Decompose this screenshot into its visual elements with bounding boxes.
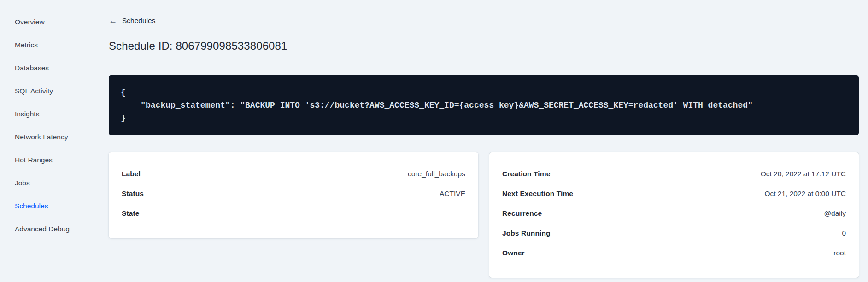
backup-statement-code-block: { "backup_statement": "BACKUP INTO 's3:/… (109, 75, 859, 135)
schedule-info-card: Label core_full_backups Status ACTIVE St… (109, 152, 478, 238)
sidebar-item-insights[interactable]: Insights (0, 103, 101, 126)
sidebar-item-advanced-debug[interactable]: Advanced Debug (0, 218, 101, 241)
page-title: Schedule ID: 806799098533806081 (109, 40, 859, 52)
sidebar-item-network-latency[interactable]: Network Latency (0, 126, 101, 149)
sidebar-item-schedules[interactable]: Schedules (0, 195, 101, 218)
info-row-jobs-running-key: Jobs Running (502, 229, 551, 237)
sidebar-item-metrics[interactable]: Metrics (0, 34, 101, 57)
info-row-jobs-running: Jobs Running 0 (502, 223, 846, 243)
info-row-status-value: ACTIVE (440, 190, 465, 198)
back-button-label: Schedules (122, 17, 155, 25)
sidebar-item-sql-activity[interactable]: SQL Activity (0, 80, 101, 103)
info-row-label: Label core_full_backups (122, 164, 465, 184)
detail-cards-row: Label core_full_backups Status ACTIVE St… (109, 152, 859, 278)
info-row-creation-time: Creation Time Oct 20, 2022 at 17:12 UTC (502, 164, 846, 184)
info-row-creation-time-key: Creation Time (502, 170, 550, 178)
sidebar-item-databases[interactable]: Databases (0, 57, 101, 80)
sidebar: Overview Metrics Databases SQL Activity … (0, 0, 101, 282)
info-row-recurrence-key: Recurrence (502, 209, 542, 218)
info-row-jobs-running-value: 0 (842, 229, 846, 237)
info-row-recurrence: Recurrence @daily (502, 203, 846, 223)
info-row-creation-time-value: Oct 20, 2022 at 17:12 UTC (761, 170, 846, 178)
execution-info-card: Creation Time Oct 20, 2022 at 17:12 UTC … (489, 152, 859, 278)
info-row-recurrence-value: @daily (824, 209, 846, 218)
info-row-next-execution-time: Next Execution Time Oct 21, 2022 at 0:00… (502, 184, 846, 203)
sidebar-item-hot-ranges[interactable]: Hot Ranges (0, 149, 101, 172)
backup-statement-code-text: { "backup_statement": "BACKUP INTO 's3:/… (121, 86, 847, 125)
main-content: ← Schedules Schedule ID: 806799098533806… (109, 0, 859, 278)
info-row-state: State (122, 203, 465, 223)
info-row-owner-value: root (833, 249, 846, 257)
info-row-next-execution-time-value: Oct 21, 2022 at 0:00 UTC (764, 190, 846, 198)
info-row-owner: Owner root (502, 243, 846, 263)
info-row-next-execution-time-key: Next Execution Time (502, 190, 573, 198)
info-row-status-key: Status (122, 190, 144, 198)
info-row-label-key: Label (122, 170, 141, 178)
info-row-state-key: State (122, 209, 139, 218)
info-row-label-value: core_full_backups (408, 170, 465, 178)
info-row-owner-key: Owner (502, 249, 525, 257)
back-button[interactable]: ← Schedules (109, 17, 155, 25)
sidebar-item-jobs[interactable]: Jobs (0, 172, 101, 195)
sidebar-item-overview[interactable]: Overview (0, 11, 101, 34)
back-arrow-icon: ← (109, 17, 117, 25)
schedule-details-page: Overview Metrics Databases SQL Activity … (0, 0, 868, 282)
info-row-status: Status ACTIVE (122, 184, 465, 203)
